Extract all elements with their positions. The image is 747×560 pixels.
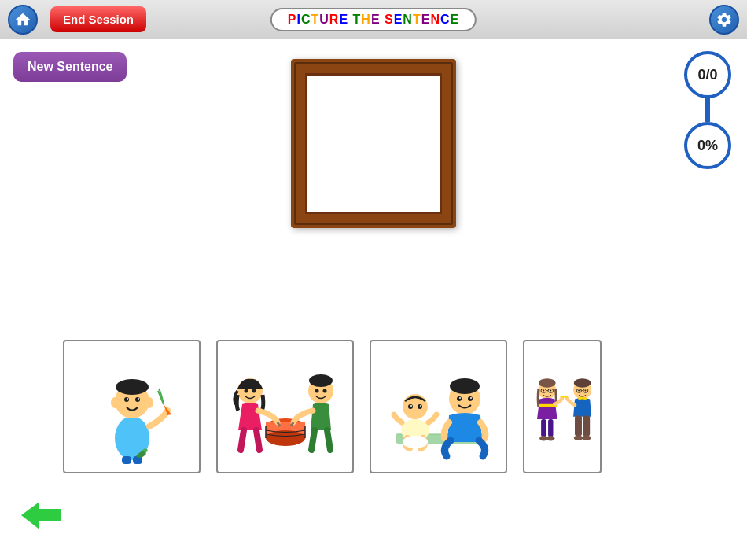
app-title: PICTURE THE SENTENCE bbox=[288, 13, 459, 26]
score-connector bbox=[705, 98, 710, 122]
svg-point-38 bbox=[468, 396, 473, 401]
svg-point-19 bbox=[252, 389, 256, 393]
svg-rect-61 bbox=[575, 416, 582, 437]
svg-rect-65 bbox=[564, 396, 568, 398]
header-left: End Session bbox=[8, 5, 146, 35]
back-arrow-icon bbox=[20, 498, 63, 533]
new-sentence-button[interactable]: New Sentence bbox=[13, 52, 127, 82]
svg-marker-66 bbox=[21, 502, 61, 529]
svg-point-51 bbox=[539, 436, 547, 440]
settings-button[interactable] bbox=[709, 5, 739, 35]
card-4[interactable] bbox=[523, 340, 602, 473]
svg-point-8 bbox=[145, 397, 153, 408]
svg-point-6 bbox=[138, 398, 139, 400]
svg-point-7 bbox=[111, 397, 119, 408]
svg-point-42 bbox=[539, 378, 556, 388]
score-percent: 0% bbox=[684, 122, 731, 169]
svg-point-59 bbox=[578, 390, 580, 392]
svg-point-60 bbox=[584, 390, 586, 392]
svg-point-37 bbox=[457, 396, 462, 401]
card-2[interactable] bbox=[216, 340, 354, 473]
header: End Session PICTURE THE SENTENCE bbox=[0, 0, 747, 39]
card-3[interactable] bbox=[370, 340, 507, 473]
svg-point-30 bbox=[418, 404, 422, 409]
svg-point-40 bbox=[470, 397, 472, 399]
svg-point-52 bbox=[546, 436, 554, 440]
svg-point-5 bbox=[127, 398, 128, 400]
cards-row bbox=[63, 340, 602, 473]
svg-point-31 bbox=[410, 405, 412, 407]
score-area: 0/0 0% bbox=[684, 51, 731, 169]
svg-rect-49 bbox=[541, 419, 546, 437]
title-container: PICTURE THE SENTENCE bbox=[270, 8, 477, 31]
card-3-image bbox=[380, 348, 498, 466]
svg-point-18 bbox=[244, 389, 248, 393]
svg-point-64 bbox=[582, 435, 591, 440]
card-1-image bbox=[73, 348, 191, 466]
svg-point-24 bbox=[322, 389, 326, 393]
svg-point-32 bbox=[420, 405, 421, 407]
score-fraction: 0/0 bbox=[684, 51, 731, 98]
svg-point-47 bbox=[550, 390, 551, 392]
svg-rect-50 bbox=[548, 419, 553, 437]
svg-point-46 bbox=[543, 390, 544, 392]
svg-point-34 bbox=[403, 436, 428, 448]
svg-point-3 bbox=[124, 397, 129, 402]
picture-frame bbox=[291, 59, 456, 228]
svg-point-2 bbox=[116, 379, 149, 395]
svg-point-36 bbox=[450, 378, 480, 394]
home-button[interactable] bbox=[8, 5, 38, 35]
svg-point-55 bbox=[574, 378, 591, 388]
svg-point-29 bbox=[408, 404, 413, 409]
svg-point-4 bbox=[135, 397, 140, 402]
svg-rect-10 bbox=[122, 456, 131, 464]
svg-point-39 bbox=[459, 397, 461, 399]
card-2-image bbox=[226, 348, 344, 466]
svg-point-63 bbox=[574, 435, 583, 440]
svg-point-22 bbox=[309, 374, 333, 387]
picture-frame-container bbox=[291, 59, 456, 228]
svg-rect-53 bbox=[560, 396, 564, 398]
back-arrow-button[interactable] bbox=[20, 498, 63, 536]
card-4-image bbox=[524, 348, 600, 466]
svg-point-23 bbox=[315, 389, 318, 393]
end-session-button[interactable]: End Session bbox=[50, 6, 146, 32]
card-1[interactable] bbox=[63, 340, 201, 473]
svg-rect-62 bbox=[583, 416, 590, 437]
